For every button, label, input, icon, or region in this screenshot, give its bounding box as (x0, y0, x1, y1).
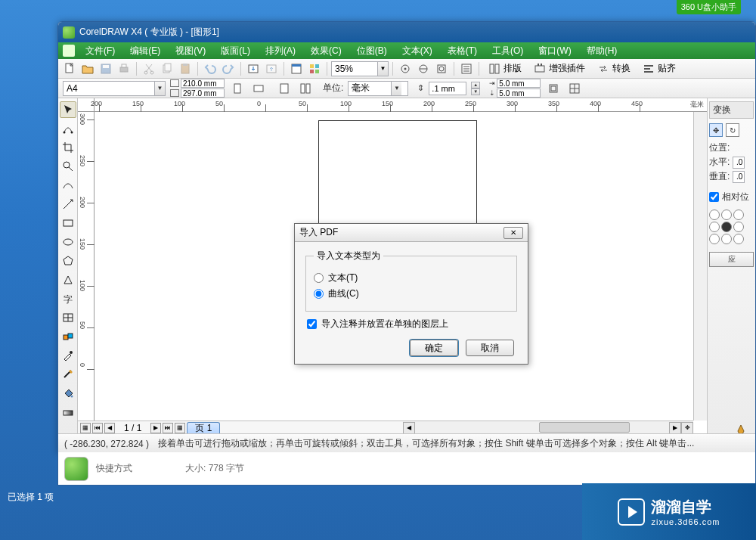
scrollbar-vertical[interactable] (693, 112, 707, 421)
snap2-button[interactable] (415, 61, 432, 77)
nudge-spinner[interactable]: ▲▼ (471, 82, 480, 95)
radio-curve[interactable] (314, 289, 324, 299)
page-add2-icon[interactable]: ▦ (175, 423, 185, 433)
page-add-icon[interactable]: ▦ (80, 423, 91, 433)
zoom-combo[interactable]: ▼ (331, 61, 389, 76)
option-text[interactable]: 文本(T) (314, 272, 509, 284)
app-launcher-button[interactable] (288, 61, 305, 77)
checkbox-comments[interactable] (307, 319, 317, 329)
transform-position-icon[interactable]: ✥ (709, 123, 723, 137)
units-combo[interactable]: ▼ (348, 81, 408, 96)
paper-width-input[interactable] (181, 79, 225, 88)
menu-text[interactable]: 文本(X) (398, 43, 437, 59)
plugin-button[interactable]: 增强插件 (528, 61, 590, 77)
ruler-vertical[interactable]: 300250200150100500 (78, 112, 94, 421)
zoom-input[interactable] (332, 64, 377, 74)
menubar[interactable]: 文件(F) 编辑(E) 视图(V) 版面(L) 排列(A) 效果(C) 位图(B… (58, 42, 755, 59)
menu-window[interactable]: 窗口(W) (534, 43, 575, 59)
snap-button[interactable] (397, 61, 414, 77)
scroll-thumb[interactable] (539, 422, 630, 433)
crop-tool[interactable] (60, 139, 76, 156)
ok-button[interactable]: 确定 (410, 340, 458, 356)
menu-view[interactable]: 视图(V) (171, 43, 210, 59)
landscape-button[interactable] (250, 80, 267, 97)
nudge-input[interactable] (429, 82, 466, 95)
shape-tool[interactable] (60, 120, 76, 137)
chevron-down-icon[interactable]: ▼ (391, 82, 401, 95)
v-input[interactable] (733, 171, 745, 183)
menu-effects[interactable]: 效果(C) (306, 43, 346, 59)
smartdraw-tool[interactable] (60, 196, 76, 213)
scroll-left-icon[interactable]: ◀ (403, 422, 415, 434)
outline-tool[interactable] (60, 366, 76, 383)
menu-tools[interactable]: 工具(O) (488, 43, 528, 59)
pageopt2-button[interactable] (297, 80, 314, 97)
dup-y-input[interactable] (497, 88, 541, 98)
close-icon[interactable]: ✕ (503, 227, 523, 239)
print-button[interactable] (116, 61, 132, 77)
menu-edit[interactable]: 编辑(E) (125, 43, 165, 59)
menu-bitmap[interactable]: 位图(B) (352, 43, 392, 59)
import-button[interactable] (245, 61, 262, 77)
menu-help[interactable]: 帮助(H) (582, 43, 622, 59)
h-input[interactable] (733, 157, 745, 169)
save-button[interactable] (98, 61, 114, 77)
welcome-button[interactable] (306, 61, 323, 77)
fill-tool[interactable] (60, 385, 76, 402)
apply-button[interactable]: 应 (709, 252, 754, 267)
misc2-button[interactable] (566, 80, 583, 97)
undo-button[interactable] (202, 61, 218, 77)
ellipse-tool[interactable] (60, 234, 76, 250)
units-input[interactable] (349, 83, 391, 94)
option-curve[interactable]: 曲线(C) (314, 287, 509, 300)
freehand-tool[interactable] (60, 177, 76, 194)
paper-height-input[interactable] (181, 88, 225, 98)
menu-table[interactable]: 表格(T) (443, 43, 482, 59)
dup-x-input[interactable] (497, 79, 541, 88)
anchor-dot[interactable] (721, 209, 732, 220)
rectangle-tool[interactable] (60, 215, 76, 231)
scroll-right-icon[interactable]: ▶ (669, 422, 681, 434)
page-last-icon[interactable]: ⏭ (163, 423, 173, 433)
page-first-icon[interactable]: ⏮ (92, 423, 103, 433)
anchor-grid[interactable] (709, 209, 754, 244)
chevron-down-icon[interactable]: ▼ (154, 82, 165, 95)
menu-file[interactable]: 文件(F) (81, 43, 119, 59)
relative-checkbox[interactable] (709, 192, 719, 202)
pick-tool[interactable] (60, 101, 76, 118)
anchor-dot[interactable] (733, 209, 744, 220)
page-next-icon[interactable]: ▶ (150, 423, 161, 433)
dialog-titlebar[interactable]: 导入 PDF ✕ (295, 224, 528, 242)
new-button[interactable] (61, 61, 78, 77)
anchor-dot[interactable] (733, 222, 744, 232)
app-menu-icon[interactable] (63, 45, 75, 57)
zoom-tool[interactable] (60, 158, 76, 175)
redo-button[interactable] (220, 61, 237, 77)
page-tab[interactable]: 页 1 (187, 422, 220, 434)
docker-tab-transform[interactable]: 变换 (709, 101, 754, 119)
interactive-tool[interactable] (60, 328, 76, 345)
anchor-dot[interactable] (721, 222, 732, 232)
chevron-down-icon[interactable]: ▼ (377, 62, 388, 76)
interactivefill-tool[interactable] (60, 404, 76, 421)
scrollbar-horizontal[interactable]: ◀ ▶ ✥ (403, 421, 693, 434)
table-tool[interactable] (60, 309, 76, 326)
cut-button[interactable] (141, 61, 157, 77)
menu-arrange[interactable]: 排列(A) (261, 43, 300, 59)
open-button[interactable] (79, 61, 96, 77)
options-button[interactable] (458, 61, 475, 77)
cancel-button[interactable]: 取消 (466, 340, 514, 356)
portrait-button[interactable] (229, 80, 246, 97)
ruler-horizontal[interactable]: 20015010050050100150200250300350400450毫米 (94, 98, 707, 112)
export-button[interactable] (263, 61, 280, 77)
anchor-dot[interactable] (709, 234, 720, 244)
navigator-icon[interactable]: ✥ (681, 422, 693, 434)
paper-size-input[interactable] (64, 83, 154, 94)
text-tool[interactable]: 字 (60, 290, 76, 307)
layout-button[interactable]: 排版 (483, 61, 527, 77)
eyedropper-tool[interactable] (60, 347, 76, 364)
copy-button[interactable] (159, 61, 175, 77)
polygon-tool[interactable] (60, 253, 76, 269)
basicshapes-tool[interactable] (60, 272, 76, 288)
paste-button[interactable] (177, 61, 194, 77)
